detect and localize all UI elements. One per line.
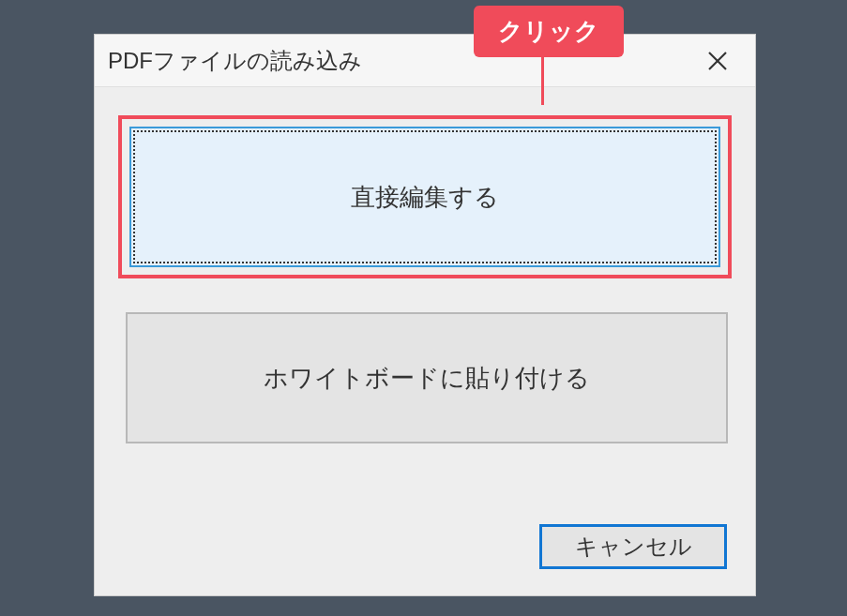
paste-whiteboard-label: ホワイトボードに貼り付ける [264, 362, 590, 395]
dialog-title: PDFファイルの読み込み [108, 46, 362, 76]
callout-label: クリック [474, 6, 624, 57]
dialog-titlebar: PDFファイルの読み込み [95, 35, 755, 87]
dialog-content: 直接編集する ホワイトボードに貼り付ける [95, 87, 755, 462]
highlight-annotation: 直接編集する [118, 115, 732, 278]
pdf-import-dialog: PDFファイルの読み込み 直接編集する ホワイトボードに貼り付ける キャンセル [94, 34, 756, 596]
callout-pointer-line [541, 54, 544, 105]
click-callout: クリック [474, 6, 624, 57]
cancel-label: キャンセル [575, 532, 692, 562]
direct-edit-label: 直接編集する [351, 181, 499, 214]
cancel-button[interactable]: キャンセル [539, 524, 727, 569]
close-button[interactable] [693, 38, 742, 83]
close-icon [706, 50, 729, 72]
paste-whiteboard-button[interactable]: ホワイトボードに貼り付ける [126, 312, 728, 443]
direct-edit-button[interactable]: 直接編集する [129, 127, 720, 267]
